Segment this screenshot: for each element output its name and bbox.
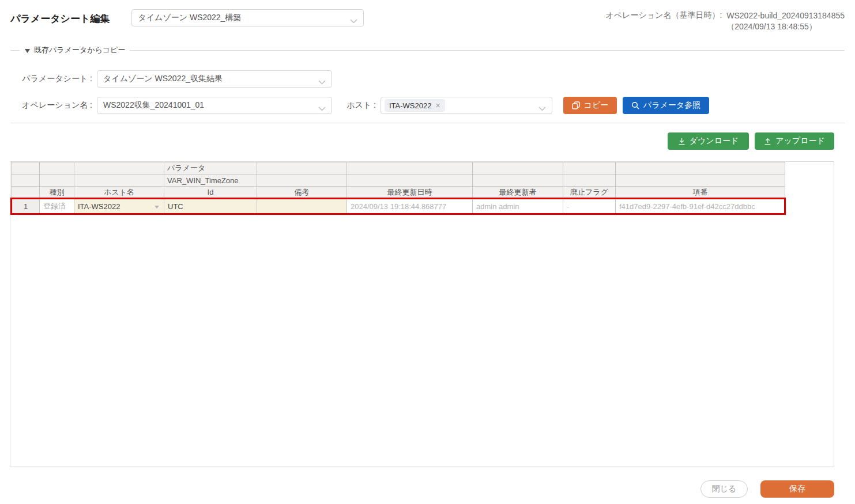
page-title: パラメータシート編集 — [10, 9, 110, 25]
download-button-label: ダウンロード — [690, 136, 739, 146]
column-header-note: 備考 — [257, 187, 347, 199]
table-column-header-row: 種別 ホスト名 Id 備考 最終更新日時 最終更新者 廃止フラグ 項番 — [12, 187, 785, 199]
sheet-select-label: パラメータシート : — [10, 74, 97, 84]
header-empty — [347, 162, 473, 175]
parameter-table: パラメータ VAR_WIN_TimeZone 種別 — [10, 162, 786, 215]
upload-icon — [764, 138, 771, 145]
sheet-select-row: パラメータシート : タイムゾーン WS2022_収集結果 — [10, 70, 845, 88]
chevron-down-icon — [350, 16, 357, 25]
header-rownum — [12, 187, 40, 199]
row-host-cell[interactable]: ITA-WS2022 — [74, 199, 164, 214]
header-empty — [257, 162, 347, 175]
row-id-cell[interactable]: UTC — [164, 199, 257, 214]
row-item-no-cell: f41d7ed9-2297-4efb-91ef-d42cc27ddbbc — [616, 199, 785, 214]
footer-actions: 閉じる 保存 — [10, 480, 834, 498]
search-icon — [631, 101, 639, 109]
copy-icon — [572, 101, 580, 109]
column-header-id: Id — [164, 187, 257, 199]
header-empty — [563, 162, 616, 175]
download-icon — [678, 138, 685, 145]
column-header-updated: 最終更新日時 — [347, 187, 473, 199]
row-discard-cell: - — [563, 199, 616, 214]
copy-button[interactable]: コピー — [563, 97, 617, 114]
operation-select[interactable]: WS2022収集_20241001_01 — [97, 97, 332, 114]
header-empty — [473, 175, 563, 187]
menu-select-value: タイムゾーン WS2022_構築 — [138, 13, 241, 23]
header-empty — [257, 175, 347, 187]
cell-dropdown-icon — [155, 206, 159, 209]
host-tag-label: ITA-WS2022 — [389, 101, 431, 110]
row-note-cell[interactable] — [257, 199, 347, 214]
header-empty — [12, 162, 40, 175]
operation-info-label: オペレーション名（基準日時）: — [605, 10, 722, 32]
upload-button-label: アップロード — [775, 136, 825, 146]
table-group-header-row: パラメータ — [12, 162, 785, 175]
row-number-cell: 1 — [12, 199, 40, 214]
sheet-select-value: タイムゾーン WS2022_収集結果 — [103, 74, 223, 84]
section-dash — [10, 50, 20, 51]
column-header-host: ホスト名 — [74, 187, 164, 199]
operation-select-label: オペレーション名 : — [10, 100, 97, 111]
operation-info: オペレーション名（基準日時）: WS2022-build_20240913184… — [605, 9, 845, 32]
header-empty — [563, 175, 616, 187]
operation-datetime: （2024/09/13 18:48:55） — [726, 21, 845, 32]
sheet-select[interactable]: タイムゾーン WS2022_収集結果 — [97, 70, 332, 88]
chevron-down-icon — [318, 77, 326, 86]
parameter-reference-label: パラメータ参照 — [643, 100, 700, 111]
column-header-discard: 廃止フラグ — [563, 187, 616, 199]
chevron-down-icon — [318, 104, 326, 113]
copy-button-label: コピー — [584, 100, 609, 111]
column-header-updater: 最終更新者 — [473, 187, 563, 199]
table-variable-header-row: VAR_WIN_TimeZone — [12, 175, 785, 187]
chevron-down-icon — [538, 104, 546, 113]
header-empty — [616, 162, 785, 175]
parameter-reference-button[interactable]: パラメータ参照 — [623, 97, 709, 114]
row-type-cell: 登録済 — [40, 199, 74, 214]
header-empty — [347, 175, 473, 187]
operation-name: WS2022-build_20240913184855 — [726, 10, 845, 21]
column-header-item-no: 項番 — [616, 187, 785, 199]
row-updated-cell: 2024/09/13 19:18:44.868777 — [347, 199, 473, 214]
table-row: 1 登録済 ITA-WS2022 UTC 2024/09/13 19:18:44… — [12, 199, 785, 214]
triangle-down-icon[interactable] — [25, 45, 30, 55]
row-host-value: ITA-WS2022 — [78, 202, 120, 211]
copy-section-title[interactable]: 既存パラメータからコピー — [34, 45, 125, 55]
parameter-sheet-panel: パラメータ VAR_WIN_TimeZone 種別 — [10, 161, 834, 467]
save-button[interactable]: 保存 — [760, 480, 834, 498]
variable-header: VAR_WIN_TimeZone — [164, 175, 257, 187]
header-empty — [12, 175, 40, 187]
menu-select[interactable]: タイムゾーン WS2022_構築 — [131, 9, 364, 26]
remove-tag-icon[interactable]: × — [435, 101, 440, 110]
group-header-parameter: パラメータ — [164, 162, 257, 175]
operation-info-value: WS2022-build_20240913184855 （2024/09/13 … — [726, 10, 845, 32]
header-empty — [74, 162, 164, 175]
header-empty — [74, 175, 164, 187]
row-updater-cell: admin admin — [473, 199, 563, 214]
host-tag: ITA-WS2022 × — [385, 99, 445, 112]
host-select-label: ホスト : — [346, 100, 381, 111]
header-empty — [40, 162, 74, 175]
column-header-type: 種別 — [40, 187, 74, 199]
section-divider — [10, 123, 845, 123]
operation-select-row: オペレーション名 : WS2022収集_20241001_01 ホスト : IT… — [10, 97, 845, 114]
copy-section-header: 既存パラメータからコピー — [10, 45, 845, 55]
header-empty — [616, 175, 785, 187]
download-button[interactable]: ダウンロード — [668, 132, 749, 150]
page-header: パラメータシート編集 タイムゾーン WS2022_構築 オペレーション名（基準日… — [0, 0, 855, 32]
section-line — [130, 50, 845, 51]
close-button[interactable]: 閉じる — [700, 480, 748, 498]
sheet-toolbar: ダウンロード アップロード — [10, 132, 834, 150]
upload-button[interactable]: アップロード — [755, 132, 834, 150]
header-empty — [40, 175, 74, 187]
operation-select-value: WS2022収集_20241001_01 — [103, 100, 204, 111]
host-multiselect[interactable]: ITA-WS2022 × — [381, 97, 552, 114]
header-empty — [473, 162, 563, 175]
